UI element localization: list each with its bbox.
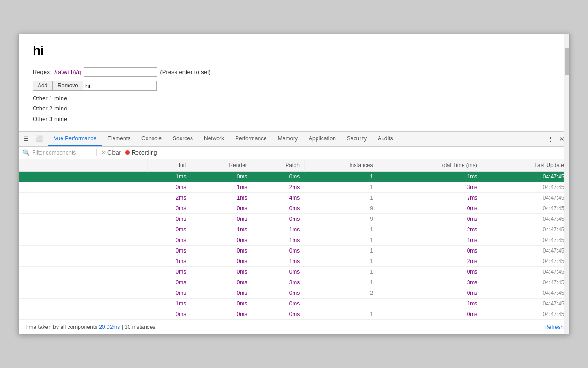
cell-init: 0ms: [147, 213, 191, 224]
scrollbar-thumb[interactable]: [565, 48, 569, 75]
cell-instances: 1: [304, 256, 378, 266]
table-row[interactable]: 1ms 0ms 0ms 1 1ms 04:47:45: [19, 171, 569, 182]
tab-security[interactable]: Security: [341, 132, 372, 146]
table-row[interactable]: 0ms 1ms 2ms 1 3ms 04:47:45: [19, 182, 569, 192]
recording-indicator: Recording: [125, 150, 157, 156]
cell-patch: 4ms: [252, 192, 304, 203]
btn-row: Add Remove: [33, 80, 555, 91]
col-last-update: Last Update: [482, 159, 569, 172]
cell-last-update: 04:47:45: [482, 235, 569, 245]
table-row[interactable]: 0ms 0ms 0ms 9 0ms 04:47:45: [19, 203, 569, 213]
cell-component: [19, 288, 147, 298]
clear-button[interactable]: ⊘ Clear: [102, 150, 121, 156]
cell-render: 0ms: [191, 245, 252, 256]
cell-component: [19, 192, 147, 203]
cell-instances: 1: [304, 309, 378, 319]
cell-total-time: 1ms: [378, 171, 482, 182]
cell-init: 0ms: [147, 288, 191, 298]
cell-last-update: 04:47:45: [482, 224, 569, 235]
cell-patch: 0ms: [252, 203, 304, 213]
table-row[interactable]: 0ms 0ms 0ms 1 0ms 04:47:45: [19, 309, 569, 319]
table-row[interactable]: 0ms 0ms 0ms 2 0ms 04:47:45: [19, 288, 569, 298]
cell-instances: 1: [304, 224, 378, 235]
col-render: Render: [191, 159, 252, 172]
cell-total-time: 3ms: [378, 182, 482, 192]
perf-table: Init Render Patch Instances Total Time (…: [19, 159, 569, 320]
remove-button[interactable]: Remove: [52, 80, 83, 91]
cell-total-time: 0ms: [378, 245, 482, 256]
cell-render: 0ms: [191, 256, 252, 266]
col-patch: Patch: [252, 159, 304, 172]
cell-instances: 1: [304, 192, 378, 203]
table-row[interactable]: 0ms 0ms 1ms 1 1ms 04:47:45: [19, 235, 569, 245]
table-row[interactable]: 2ms 1ms 4ms 1 7ms 04:47:45: [19, 192, 569, 203]
cell-render: 1ms: [191, 224, 252, 235]
device-icon[interactable]: ⬜: [34, 134, 44, 144]
cell-patch: 2ms: [252, 182, 304, 192]
cell-render: 0ms: [191, 298, 252, 309]
cell-component: [19, 245, 147, 256]
table-row[interactable]: 0ms 0ms 0ms 1 0ms 04:47:45: [19, 266, 569, 277]
tab-vue-performance[interactable]: Vue Performance: [48, 132, 102, 146]
inspect-icon[interactable]: ☰: [22, 134, 31, 144]
cell-init: 0ms: [147, 182, 191, 192]
other-item-1: Other 1 mine: [33, 93, 555, 104]
more-tabs-icon[interactable]: ⋮: [544, 135, 557, 142]
cell-init: 0ms: [147, 235, 191, 245]
cell-last-update: 04:47:45: [482, 192, 569, 203]
cell-patch: 1ms: [252, 224, 304, 235]
footer-time-value: 20.02ms: [99, 324, 120, 330]
footer-prefix: Time taken by all components: [24, 324, 97, 330]
cell-patch: 1ms: [252, 235, 304, 245]
cell-total-time: 7ms: [378, 192, 482, 203]
table-header-row: Init Render Patch Instances Total Time (…: [19, 159, 569, 172]
table-row[interactable]: 1ms 0ms 0ms 1ms 04:47:45: [19, 298, 569, 309]
table-row[interactable]: 0ms 1ms 1ms 1 2ms 04:47:45: [19, 224, 569, 235]
cell-init: 0ms: [147, 277, 191, 288]
table-row[interactable]: 0ms 0ms 0ms 9 0ms 04:47:45: [19, 213, 569, 224]
tab-network[interactable]: Network: [198, 132, 230, 146]
cell-patch: 0ms: [252, 298, 304, 309]
tab-performance[interactable]: Performance: [230, 132, 272, 146]
cell-total-time: 0ms: [378, 309, 482, 319]
search-icon: 🔍: [23, 149, 30, 156]
other-item-2: Other 2 mine: [33, 104, 555, 114]
tab-elements[interactable]: Elements: [102, 132, 136, 146]
cell-render: 0ms: [191, 213, 252, 224]
tab-sources[interactable]: Sources: [167, 132, 198, 146]
tab-memory[interactable]: Memory: [272, 132, 303, 146]
col-component: [19, 159, 147, 172]
footer: Time taken by all components 20.02ms | 3…: [19, 320, 569, 334]
cell-component: [19, 235, 147, 245]
cell-instances: 1: [304, 245, 378, 256]
col-total-time: Total Time (ms): [378, 159, 482, 172]
inline-text-input[interactable]: [83, 81, 157, 91]
table-row[interactable]: 1ms 0ms 1ms 1 2ms 04:47:45: [19, 256, 569, 266]
perf-table-container: Init Render Patch Instances Total Time (…: [19, 159, 569, 320]
cell-instances: 2: [304, 288, 378, 298]
tab-console[interactable]: Console: [136, 132, 167, 146]
filter-input[interactable]: [32, 150, 92, 156]
filter-divider: [96, 149, 97, 156]
cell-render: 0ms: [191, 288, 252, 298]
page-title: hi: [33, 43, 555, 58]
cell-component: [19, 256, 147, 266]
cell-patch: 0ms: [252, 288, 304, 298]
cell-render: 0ms: [191, 171, 252, 182]
add-button[interactable]: Add: [33, 80, 52, 91]
tab-application[interactable]: Application: [303, 132, 341, 146]
cell-patch: 0ms: [252, 266, 304, 277]
scrollbar[interactable]: [564, 34, 569, 334]
cell-render: 1ms: [191, 192, 252, 203]
cell-component: [19, 277, 147, 288]
table-row[interactable]: 0ms 0ms 3ms 1 3ms 04:47:45: [19, 277, 569, 288]
cell-instances: 9: [304, 203, 378, 213]
tab-audits[interactable]: Audits: [372, 132, 398, 146]
cell-component: [19, 266, 147, 277]
regex-input[interactable]: [84, 67, 157, 77]
cell-last-update: 04:47:45: [482, 309, 569, 319]
clear-icon: ⊘: [102, 150, 106, 155]
cell-render: 0ms: [191, 203, 252, 213]
refresh-link[interactable]: Refresh: [544, 324, 564, 330]
table-row[interactable]: 0ms 0ms 0ms 1 0ms 04:47:45: [19, 245, 569, 256]
